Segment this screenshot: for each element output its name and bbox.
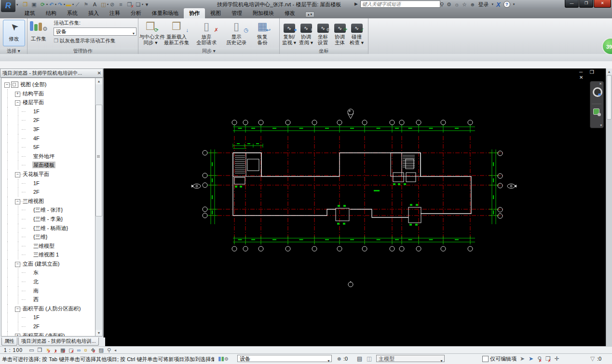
- search-input[interactable]: [360, 0, 440, 8]
- save-icon[interactable]: ▣: [30, 1, 38, 8]
- active-workset-dropdown[interactable]: 设备▼: [54, 27, 136, 36]
- tree-item-三维视图 1[interactable]: 三维视图 1: [1, 250, 95, 259]
- show-history-button[interactable]: ▯◷显示历史记录: [221, 18, 251, 46]
- app-menu-caret-icon[interactable]: ▾: [16, 3, 18, 7]
- sync-with-central-button[interactable]: ❒⟳与中心文件同步 ▾: [139, 18, 162, 46]
- tree-item-立面 (建筑立面)[interactable]: −立面 (建筑立面): [1, 259, 95, 269]
- tab-附加模块[interactable]: 附加模块: [247, 8, 279, 18]
- tree-item-面积平面 (人防分区面积)[interactable]: −面积平面 (人防分区面积): [1, 304, 95, 313]
- expand-icon[interactable]: +: [15, 92, 20, 97]
- tab-系统[interactable]: 系统: [62, 8, 83, 18]
- design-option-dropdown[interactable]: 主模型▼: [376, 355, 445, 362]
- tree-item-label[interactable]: {三维 - 张洋}: [32, 206, 64, 213]
- drag-on-selection-icon[interactable]: ✛: [555, 355, 559, 363]
- tree-item-{三维 - 张洋}[interactable]: {三维 - 张洋}: [1, 205, 95, 215]
- scrollbar-thumb[interactable]: [607, 75, 612, 120]
- signin-person-icon[interactable]: ☻: [470, 1, 476, 8]
- tree-item-label[interactable]: {三维 - 杨雨迪}: [32, 225, 69, 231]
- view-window-controls[interactable]: ─ ❐ ✕: [579, 69, 606, 80]
- wrench-icon[interactable]: ⚙: [447, 1, 451, 8]
- tree-item-label[interactable]: 2F: [32, 189, 41, 195]
- view-scale[interactable]: 1 : 100: [4, 347, 23, 353]
- search-binoculars-icon[interactable]: ⚲: [440, 1, 444, 8]
- collapse-icon[interactable]: −: [15, 100, 20, 106]
- close-icon[interactable]: ✕: [97, 69, 101, 77]
- restore-backup-button[interactable]: ▦↩恢复备份: [251, 18, 273, 46]
- tree-item-结构平面[interactable]: +结构平面: [1, 89, 95, 98]
- tree-item-label[interactable]: 北: [32, 278, 40, 285]
- checkbox-icon[interactable]: [482, 356, 489, 362]
- scrollbar-thumb[interactable]: [95, 105, 102, 216]
- zoom-icon[interactable]: [593, 108, 599, 115]
- measure-icon[interactable]: ▬▾: [65, 1, 73, 8]
- reveal-hidden-icon[interactable]: ¤: [84, 347, 87, 353]
- canvas-scrollbar[interactable]: ▲: [606, 68, 612, 346]
- tree-item-label[interactable]: 面积平面 (人防分区面积): [22, 305, 82, 312]
- reload-latest-button[interactable]: ❒↓重新载入最新工作集: [162, 18, 191, 46]
- relinquish-all-button[interactable]: ▯✗放弃全部请求: [191, 18, 221, 46]
- collapse-icon[interactable]: −: [15, 307, 20, 312]
- text-icon[interactable]: A: [91, 1, 99, 8]
- tree-item-三维视图[interactable]: −三维视图: [1, 197, 95, 206]
- drawing-area[interactable]: ─ ❐ ✕ ✕ ▾: [104, 68, 606, 346]
- default-3d-view-icon[interactable]: ◫▾: [99, 1, 108, 8]
- undo-icon[interactable]: ↶▾: [47, 1, 55, 8]
- tab-体量和场地[interactable]: 体量和场地: [147, 8, 184, 18]
- tree-item-label[interactable]: 屋面楼板: [32, 162, 55, 168]
- gray-inactive-worksets-button[interactable]: ❒ 以灰色显示非活动工作集: [54, 38, 136, 44]
- tab-分析[interactable]: 分析: [125, 8, 147, 18]
- tree-item-5F[interactable]: 5F: [1, 143, 95, 152]
- switch-windows-icon[interactable]: ❏▾: [134, 1, 142, 8]
- collapse-icon[interactable]: −: [15, 262, 20, 267]
- redo-icon[interactable]: ↷▾: [56, 1, 64, 8]
- copy-monitor-button[interactable]: ∿●复制/监视 ▾: [281, 18, 298, 46]
- tree-item-label[interactable]: 2F: [32, 117, 41, 123]
- worksets-button[interactable]: ⚙ 工作集: [27, 19, 50, 41]
- chevron-down-icon[interactable]: ▾: [600, 123, 602, 127]
- project-browser-title[interactable]: 项目浏览器 - 技师学院机电培训中... ✕: [0, 68, 103, 78]
- tree-item-1F[interactable]: 1F: [1, 179, 95, 188]
- tree-item-label[interactable]: 室外地坪: [32, 153, 55, 160]
- coordination-settings-button[interactable]: ∿⚙坐标设置: [314, 18, 331, 46]
- tree-item-label[interactable]: {三维}: [32, 233, 48, 240]
- tree-item-label[interactable]: 南: [32, 287, 40, 294]
- section-icon[interactable]: ⊘: [108, 1, 116, 8]
- editable-only-checkbox[interactable]: 仅可编辑项: [482, 355, 517, 363]
- visual-style-icon[interactable]: ❒: [38, 347, 42, 353]
- temporary-view-properties-icon[interactable]: ▨: [99, 347, 104, 353]
- coordination-review-button[interactable]: ∿≡协调查阅 ▾: [298, 18, 314, 46]
- select-by-face-icon[interactable]: ❒✗: [545, 355, 551, 363]
- tree-item-label[interactable]: 5F: [32, 144, 41, 150]
- tree-item-面积平面 (净面积)[interactable]: +面积平面 (净面积): [1, 331, 95, 337]
- tree-item-{三维 - 杨雨迪}[interactable]: {三维 - 杨雨迪}: [1, 224, 95, 233]
- navigation-bar[interactable]: ✕ ▾: [590, 81, 604, 128]
- tree-item-label[interactable]: 西: [32, 296, 40, 303]
- tree-item-{三维 - 李枭}[interactable]: {三维 - 李枭}: [1, 215, 95, 224]
- help-icon[interactable]: ?: [503, 1, 510, 8]
- tree-item-北[interactable]: 北: [1, 277, 95, 286]
- tab-视图[interactable]: 视图: [205, 8, 226, 18]
- signin-button[interactable]: 登录: [478, 1, 489, 8]
- synchronize-panel-label[interactable]: 同步 ▾: [138, 48, 279, 54]
- tree-item-西[interactable]: 西: [1, 295, 95, 304]
- collapse-icon[interactable]: −: [15, 199, 20, 204]
- tree-item-label[interactable]: 三维视图 1: [32, 251, 60, 258]
- ribbon-collapse-button[interactable]: ▴ ▾: [305, 12, 314, 17]
- tree-item-label[interactable]: 3F: [32, 126, 41, 133]
- select-links-icon[interactable]: ➤: [520, 355, 525, 363]
- tree-item-1F[interactable]: 1F: [1, 313, 95, 322]
- tab-结构[interactable]: 结构: [41, 8, 62, 18]
- workset-dropdown[interactable]: 设备▼: [237, 355, 332, 362]
- tab-注释[interactable]: 注释: [104, 8, 125, 18]
- editing-requests-icon[interactable]: ☻: [336, 355, 342, 362]
- tree-item-label[interactable]: 天花板平面: [22, 171, 50, 177]
- collapse-left-icon[interactable]: ◂: [114, 348, 116, 352]
- aligned-dimension-icon[interactable]: ⟋: [73, 1, 82, 8]
- tab-建筑[interactable]: 建筑: [19, 8, 41, 18]
- design-options-icon[interactable]: ▤: [357, 355, 362, 362]
- restore-button[interactable]: ❐: [579, 0, 593, 8]
- select-underlay-icon[interactable]: ➤: [529, 355, 533, 363]
- steering-wheel-icon[interactable]: [593, 87, 602, 97]
- temporary-hide-isolate-icon[interactable]: ∞: [77, 347, 81, 353]
- tree-item-室外地坪[interactable]: 室外地坪: [1, 152, 95, 161]
